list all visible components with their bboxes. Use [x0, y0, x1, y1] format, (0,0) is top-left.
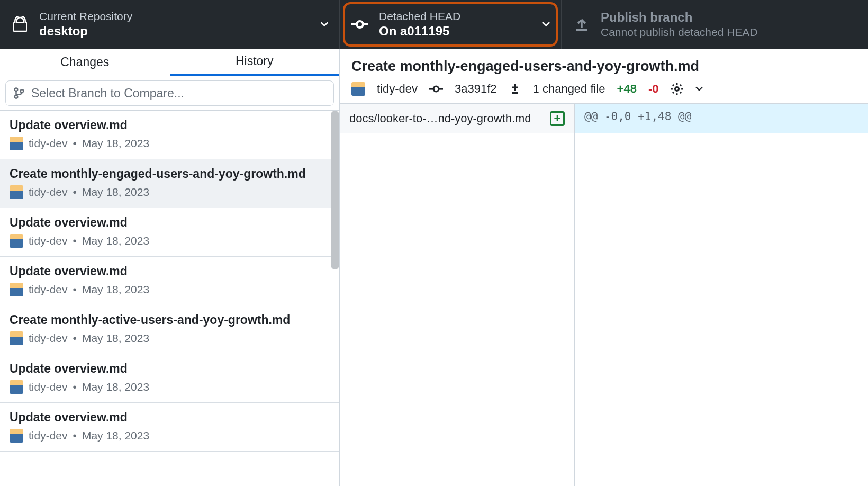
current-repository-dropdown[interactable]: Current Repository desktop	[0, 0, 340, 49]
additions: +48	[617, 82, 637, 96]
toolbar: Current Repository desktop Detached HEAD…	[0, 0, 868, 49]
commit-author: tidy-dev	[29, 429, 68, 442]
author-avatar	[10, 283, 23, 296]
author-avatar	[10, 429, 23, 443]
file-added-icon: +	[550, 111, 565, 126]
commit-list-item[interactable]: Create monthly-engaged-users-and-yoy-gro…	[0, 159, 339, 208]
commit-title: Create monthly-active-users-and-yoy-grow…	[10, 313, 330, 327]
commit-title: Create monthly-engaged-users-and-yoy-gro…	[351, 58, 856, 75]
author-avatar	[10, 380, 23, 394]
commit-author: tidy-dev	[377, 82, 418, 96]
deletions: -0	[648, 82, 659, 96]
upload-icon	[572, 17, 591, 32]
commit-author: tidy-dev	[29, 137, 68, 150]
branch-label: Detached HEAD	[379, 10, 460, 23]
commit-list-item[interactable]: Update overview.mdtidy-dev•May 18, 2023	[0, 257, 339, 305]
commit-icon	[350, 16, 369, 33]
author-avatar	[351, 82, 365, 96]
commit-list-item[interactable]: Update overview.mdtidy-dev•May 18, 2023	[0, 354, 339, 403]
gear-icon[interactable]	[670, 82, 684, 96]
commit-date: May 18, 2023	[82, 186, 149, 199]
publish-title: Publish branch	[601, 10, 758, 25]
caret-down-icon[interactable]	[695, 86, 703, 92]
author-avatar	[10, 234, 23, 248]
commit-title: Update overview.md	[10, 215, 330, 230]
svg-point-6	[433, 86, 439, 92]
caret-down-icon	[320, 22, 329, 27]
author-avatar	[10, 331, 23, 345]
compare-branch-select[interactable]: Select Branch to Compare...	[5, 80, 334, 106]
commit-date: May 18, 2023	[82, 283, 149, 296]
commit-title: Create monthly-engaged-users-and-yoy-gro…	[10, 167, 330, 181]
publish-branch-button: Publish branch Cannot publish detached H…	[561, 0, 868, 49]
svg-point-3	[15, 88, 18, 91]
commit-sha: 3a391f2	[455, 82, 497, 96]
svg-point-4	[15, 95, 18, 98]
commit-history-list[interactable]: Update overview.mdtidy-dev•May 18, 2023C…	[0, 111, 339, 486]
commit-title: Update overview.md	[10, 410, 330, 425]
tab-changes[interactable]: Changes	[0, 49, 170, 76]
publish-subtitle: Cannot publish detached HEAD	[601, 26, 758, 39]
scrollbar[interactable]	[331, 111, 339, 269]
commit-list-item[interactable]: Update overview.mdtidy-dev•May 18, 2023	[0, 111, 339, 159]
commit-list-item[interactable]: Update overview.mdtidy-dev•May 18, 2023	[0, 208, 339, 257]
commit-author: tidy-dev	[29, 381, 68, 393]
author-avatar	[10, 137, 23, 150]
repo-name: desktop	[39, 24, 132, 39]
diff-icon	[509, 83, 521, 95]
sidebar-tabs: Changes History	[0, 49, 339, 76]
branch-value: On a011195	[379, 24, 460, 39]
commit-title: Update overview.md	[10, 118, 330, 132]
tab-history[interactable]: History	[170, 49, 340, 76]
svg-point-9	[675, 87, 679, 91]
commit-list-item[interactable]: Create monthly-active-users-and-yoy-grow…	[0, 305, 339, 354]
commit-date: May 18, 2023	[82, 381, 149, 393]
svg-point-0	[357, 21, 363, 28]
changed-file-row[interactable]: docs/looker-to-…nd-yoy-growth.md +	[340, 104, 574, 133]
lock-icon	[11, 16, 30, 32]
author-avatar	[10, 185, 23, 199]
commit-date: May 18, 2023	[82, 235, 149, 247]
changed-files: 1 changed file	[533, 82, 605, 96]
commit-author: tidy-dev	[29, 235, 68, 247]
commit-date: May 18, 2023	[82, 137, 149, 150]
commit-icon	[429, 82, 443, 96]
commit-date: May 18, 2023	[82, 429, 149, 442]
caret-down-icon	[542, 22, 550, 27]
repo-label: Current Repository	[39, 10, 132, 23]
commit-title: Update overview.md	[10, 362, 330, 376]
commit-date: May 18, 2023	[82, 332, 149, 345]
commit-author: tidy-dev	[29, 186, 68, 199]
commit-author: tidy-dev	[29, 332, 68, 345]
sidebar: Changes History Select Branch to Compare…	[0, 49, 340, 486]
git-branch-icon	[13, 87, 25, 100]
commit-author: tidy-dev	[29, 283, 68, 296]
commit-list-item[interactable]: Update overview.mdtidy-dev•May 18, 2023	[0, 403, 339, 452]
compare-placeholder: Select Branch to Compare...	[31, 86, 184, 101]
svg-point-5	[21, 89, 24, 93]
commit-detail: Create monthly-engaged-users-and-yoy-gro…	[340, 49, 868, 486]
current-branch-dropdown[interactable]: Detached HEAD On a011195	[340, 0, 561, 49]
diff-hunk-header: @@ -0,0 +1,48 @@	[575, 104, 868, 133]
file-path: docs/looker-to-…nd-yoy-growth.md	[349, 112, 531, 125]
commit-title: Update overview.md	[10, 264, 330, 278]
